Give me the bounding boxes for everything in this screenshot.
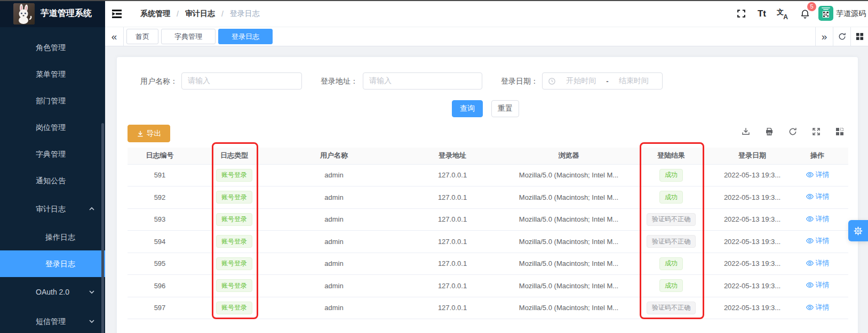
sidebar-menu-item[interactable]: 部门管理 <box>0 87 105 114</box>
sidebar-menu-item-label: 通知公告 <box>36 176 66 185</box>
tabs-scroll-left-button[interactable]: « <box>105 27 124 46</box>
expand-icon[interactable] <box>809 124 824 139</box>
notification-bell-icon[interactable]: 5 <box>795 0 815 27</box>
query-button[interactable]: 查询 <box>452 100 483 117</box>
window-top-edge <box>0 0 868 1</box>
login-result-tag: 成功 <box>659 279 683 292</box>
chevron-down-icon <box>89 318 95 324</box>
detail-link[interactable]: 详情 <box>806 258 830 268</box>
username-field-label: 用户名称： <box>108 72 178 90</box>
logo-bar[interactable]: 芋道管理系统 <box>0 0 105 27</box>
table-header-row: 日志编号日志类型用户名称登录地址浏览器登陆结果登录日期操作 <box>128 148 848 164</box>
breadcrumb: 系统管理 / 审计日志 / 登录日志 <box>140 0 260 27</box>
gear-icon <box>853 226 863 236</box>
date-range-input[interactable]: 开始时间 - 结束时间 <box>542 72 663 90</box>
cell-log-type: 账号登录 <box>192 231 276 253</box>
clock-icon <box>548 77 556 85</box>
export-button[interactable]: 导出 <box>128 125 170 142</box>
breadcrumb-item[interactable]: 审计日志 <box>185 9 215 19</box>
cell-actions: 详情 <box>786 186 848 209</box>
login-result-tag: 验证码不正确 <box>647 302 696 314</box>
cell-login-address: 127.0.0.1 <box>392 275 513 297</box>
login-result-tag: 成功 <box>659 191 683 204</box>
table-download-icon[interactable] <box>738 124 753 139</box>
sidebar-menu-item[interactable]: 岗位管理 <box>0 114 105 141</box>
sidebar-menu-item[interactable]: 审计日志 <box>0 196 105 222</box>
detail-link[interactable]: 详情 <box>806 303 830 312</box>
sidebar-menu-item-label: 部门管理 <box>36 96 66 105</box>
sidebar-scrollbar-thumb[interactable] <box>101 123 104 333</box>
breadcrumb-separator: / <box>177 10 179 18</box>
cell-browser: Mozilla/5.0 (Macintosh; Intel M... <box>513 208 624 231</box>
table-row: 594 账号登录 admin 127.0.0.1 Mozilla/5.0 (Ma… <box>128 231 848 253</box>
avatar[interactable] <box>818 6 833 21</box>
tab[interactable]: 首页 <box>126 29 158 44</box>
breadcrumb-item[interactable]: 系统管理 <box>140 9 170 19</box>
reset-button[interactable]: 重置 <box>491 100 519 117</box>
sidebar-menu-item[interactable]: 字典管理 <box>0 141 105 167</box>
cell-log-id: 595 <box>128 253 192 275</box>
cell-browser: Mozilla/5.0 (Macintosh; Intel M... <box>513 231 624 253</box>
tabs-layout-grid-icon[interactable] <box>850 27 868 46</box>
detail-link[interactable]: 详情 <box>806 192 830 201</box>
refresh-icon[interactable] <box>785 124 800 139</box>
cell-login-date: 2022-05-13 19:3... <box>718 186 786 209</box>
table-header-cell: 日志类型 <box>192 148 276 164</box>
table-header-cell: 操作 <box>786 148 848 164</box>
sidebar-menu-item[interactable]: OAuth 2.0 <box>0 279 105 305</box>
sidebar-menu-item[interactable]: 菜单管理 <box>0 61 105 87</box>
detail-link-label: 详情 <box>816 280 830 290</box>
tabs-refresh-button[interactable] <box>833 27 850 46</box>
log-type-tag: 账号登录 <box>216 191 252 204</box>
detail-link-label: 详情 <box>816 258 830 268</box>
tags-view-bar: « 首页 字典管理 登录日志 » <box>105 27 868 46</box>
table-header-cell: 浏览器 <box>513 148 624 164</box>
address-input[interactable]: 请输入 <box>363 72 482 90</box>
tab-label: 首页 <box>136 32 149 42</box>
sidebar-menu-item[interactable]: 短信管理 <box>0 308 105 333</box>
cell-username: admin <box>276 208 392 231</box>
content-area: 用户名称： 请输入 登录地址： 请输入 登录日期： 开始时间 - 结束时间 查询 <box>105 46 868 333</box>
settings-gear-button[interactable] <box>848 220 868 241</box>
address-input-placeholder: 请输入 <box>363 76 392 86</box>
tabs-scroll-right-button[interactable]: » <box>815 27 833 46</box>
detail-link[interactable]: 详情 <box>806 236 830 246</box>
eye-icon <box>806 303 814 312</box>
cell-log-id: 597 <box>128 297 192 319</box>
sidebar-menu-item[interactable]: 角色管理 <box>0 34 105 61</box>
cell-login-date: 2022-05-13 19:3... <box>718 275 786 297</box>
cell-log-type: 账号登录 <box>192 297 276 319</box>
fullscreen-icon[interactable] <box>731 0 751 27</box>
table-row: 592 账号登录 admin 127.0.0.1 Mozilla/5.0 (Ma… <box>128 186 848 209</box>
download-icon <box>137 130 144 137</box>
table-header-cell: 用户名称 <box>276 148 392 164</box>
column-settings-icon[interactable] <box>832 124 847 139</box>
table-row: 591 账号登录 admin 127.0.0.1 Mozilla/5.0 (Ma… <box>128 164 848 186</box>
detail-link[interactable]: 详情 <box>806 280 830 290</box>
sidebar-fold-icon[interactable] <box>110 7 123 20</box>
table-header-cell: 日志编号 <box>128 148 192 164</box>
date-field-label: 登录日期： <box>469 72 538 90</box>
table-header-cell: 登录地址 <box>392 148 513 164</box>
cell-login-address: 127.0.0.1 <box>392 231 513 253</box>
cell-actions: 详情 <box>786 297 848 319</box>
date-end-placeholder: 结束时间 <box>611 76 657 86</box>
username[interactable]: 芋道源码 <box>836 0 866 27</box>
detail-link[interactable]: 详情 <box>806 170 830 180</box>
app-title: 芋道管理系统 <box>41 8 92 19</box>
cell-username: admin <box>276 186 392 209</box>
log-type-tag: 账号登录 <box>216 213 252 226</box>
sidebar-menu-item[interactable]: 登录日志 <box>0 250 105 277</box>
sidebar-menu-item-label: 角色管理 <box>36 43 66 52</box>
breadcrumb-separator: / <box>221 10 224 18</box>
tab-active[interactable]: 登录日志 <box>218 29 273 44</box>
username-input[interactable]: 请输入 <box>181 72 302 90</box>
eye-icon <box>806 259 814 267</box>
tab[interactable]: 字典管理 <box>161 29 216 44</box>
print-icon[interactable] <box>762 124 777 139</box>
font-size-icon[interactable]: Tt <box>752 0 771 27</box>
sidebar-menu-item[interactable]: 操作日志 <box>0 224 105 250</box>
sidebar-menu-item[interactable]: 通知公告 <box>0 167 105 194</box>
detail-link[interactable]: 详情 <box>806 214 830 224</box>
language-icon[interactable]: 文A <box>773 0 792 27</box>
